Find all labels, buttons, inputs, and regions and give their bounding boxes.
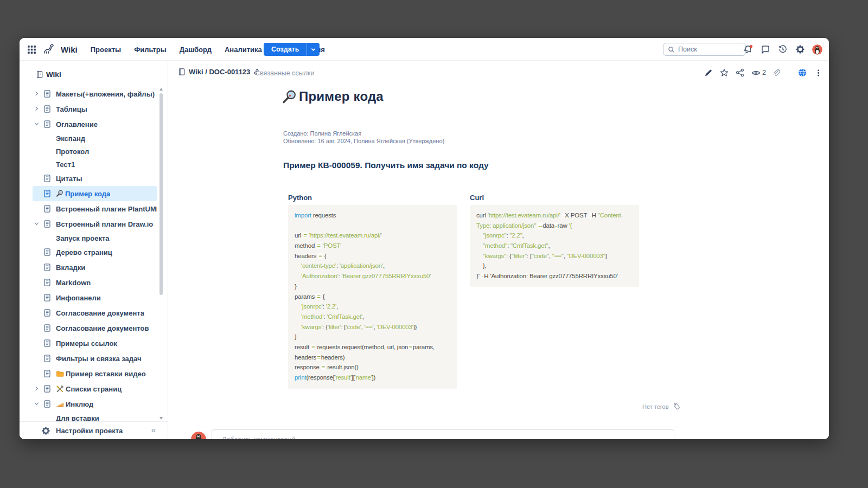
app-title: Wiki — [61, 45, 78, 54]
document-icon — [43, 105, 52, 113]
chevron-down-icon[interactable] — [34, 221, 40, 227]
code-line: "kwargs": {"filter": ["code", "==", "DEV… — [476, 251, 633, 261]
more-kebab-icon[interactable] — [813, 67, 824, 78]
chevron-right-icon[interactable] — [34, 106, 40, 112]
app-window: Wiki ПроектыФильтрыДашбордАналитикаМоя к… — [20, 38, 829, 439]
sidebar-item[interactable]: Цитаты — [33, 171, 157, 186]
favorite-star-icon[interactable] — [719, 67, 730, 78]
search-box[interactable] — [663, 43, 746, 56]
comment-user-avatar — [191, 432, 206, 439]
sidebar-item[interactable]: Согласование документа — [33, 305, 157, 320]
sidebar-item[interactable]: Протокол — [33, 145, 157, 158]
sidebar-item-label: Примеры ссылок — [56, 339, 117, 348]
magnifier-icon — [56, 190, 63, 197]
nav-item[interactable]: Фильтры — [134, 46, 167, 54]
document-icon — [43, 189, 52, 198]
history-icon[interactable] — [777, 44, 788, 55]
sidebar: Wiki Макеты(+вложения, файлы)ТаблицыОгла… — [20, 61, 168, 439]
sidebar-item[interactable]: Встроенный плагин PlantUML — [33, 201, 157, 216]
curl-code-block[interactable]: curl 'https://test.evateam.ru/api/' -X P… — [470, 205, 639, 287]
sidebar-item[interactable]: Пример вставки видео — [33, 366, 157, 381]
nav-item[interactable]: Аналитика — [225, 46, 262, 54]
sidebar-item-label: Встроенный плагин Draw.io — [56, 220, 153, 228]
comment-input[interactable] — [222, 430, 664, 439]
sidebar-scrollbar[interactable] — [159, 88, 163, 420]
sidebar-item[interactable]: Списки страниц — [33, 381, 157, 396]
sidebar-footer: Настройки проекта « — [20, 421, 168, 439]
code-line: "method": "CmfTask.get", — [476, 241, 633, 251]
nav-item[interactable]: Проекты — [91, 46, 121, 54]
project-settings-gear-icon[interactable] — [41, 426, 50, 435]
python-label: Python — [288, 194, 312, 202]
sidebar-item[interactable]: Для вставки — [33, 412, 157, 421]
sidebar-item-label: Протокол — [56, 147, 89, 156]
scroll-down-arrow[interactable] — [159, 417, 163, 420]
public-globe-icon[interactable] — [797, 67, 808, 78]
code-line: curl 'https://test.evateam.ru/api/' -X P… — [476, 210, 633, 221]
apps-grid-icon[interactable] — [27, 44, 37, 55]
sidebar-item-label: Дерево страниц — [56, 248, 112, 256]
code-line: 'content-type': 'application/json', — [295, 261, 451, 271]
sidebar-item[interactable]: Дерево страниц — [33, 245, 157, 260]
chevron-down-icon[interactable] — [34, 121, 40, 127]
sidebar-item[interactable]: Примеры ссылок — [33, 336, 157, 351]
sidebar-item[interactable]: Пример кода — [33, 186, 157, 201]
document-icon — [43, 220, 52, 228]
edit-pencil-icon[interactable] — [703, 67, 714, 78]
chevron-right-icon[interactable] — [34, 386, 40, 392]
collapse-sidebar-button[interactable]: « — [151, 425, 156, 434]
code-line: url = 'https://test.evateam.ru/api/' — [295, 230, 451, 241]
tags-row[interactable]: Нет тегов — [642, 402, 681, 410]
code-line: 'Authorization': 'Bearer gzz077755RRRIYx… — [295, 271, 451, 281]
sidebar-item-label: Вкладки — [56, 264, 85, 272]
scroll-up-arrow[interactable] — [159, 88, 163, 91]
sidebar-item-label: Инфопанели — [56, 294, 101, 302]
sidebar-item[interactable]: Экспанд — [33, 132, 157, 145]
nav-item[interactable]: Дашборд — [180, 46, 212, 54]
search-input[interactable] — [678, 46, 741, 53]
eye-icon — [750, 67, 761, 78]
python-code-block[interactable]: import requests url = 'https://test.evat… — [288, 205, 457, 389]
sidebar-item[interactable]: Согласование документов — [33, 320, 157, 336]
settings-gear-icon[interactable] — [795, 44, 805, 55]
updated-meta: Обновлено: 16 авг. 2024, Полина Яглейска… — [283, 138, 444, 144]
notes-icon[interactable] — [760, 44, 770, 55]
sidebar-item[interactable]: Встроенный плагин Draw.io — [33, 216, 157, 232]
sidebar-item[interactable]: Макеты(+вложения, файлы) — [33, 86, 157, 101]
sidebar-item-label: Запуск проекта — [56, 234, 110, 242]
chevron-right-icon[interactable] — [34, 91, 40, 97]
document-icon — [43, 400, 52, 408]
sidebar-item[interactable]: Тест1 — [33, 158, 157, 171]
comments-divider — [179, 427, 722, 427]
document-icon — [43, 354, 52, 363]
code-line: response = result.json() — [295, 362, 451, 373]
create-button[interactable]: Создать — [264, 43, 307, 56]
sidebar-item[interactable]: Запуск проекта — [33, 232, 157, 245]
sidebar-item[interactable]: Markdown — [33, 275, 157, 290]
share-icon[interactable] — [735, 67, 745, 78]
chevron-down-icon[interactable] — [34, 401, 40, 407]
code-line: Type: application/json" --data-raw '{ — [476, 221, 633, 231]
book-icon — [36, 70, 44, 79]
sidebar-item-label: Согласование документов — [56, 324, 149, 332]
document-icon — [43, 278, 52, 287]
code-line: headers=headers) — [295, 352, 451, 363]
sidebar-item[interactable]: Таблицы — [33, 101, 157, 117]
sidebar-item[interactable]: Вкладки — [33, 260, 157, 275]
sidebar-item[interactable]: Инклюд — [33, 396, 157, 412]
views-counter[interactable]: 2 — [750, 67, 766, 78]
search-icon — [668, 46, 675, 53]
sidebar-item-label: Цитаты — [56, 175, 82, 183]
notifications-bell-icon[interactable] — [743, 44, 753, 55]
user-avatar[interactable] — [812, 44, 822, 55]
related-links-tab[interactable]: Связанные ссылки — [255, 69, 314, 77]
attachments-paperclip-icon[interactable] — [771, 67, 782, 78]
sidebar-item[interactable]: Оглавление — [33, 117, 157, 132]
sidebar-item[interactable]: Инфопанели — [33, 290, 157, 305]
sidebar-item-label: Пример кода — [65, 190, 110, 198]
breadcrumb[interactable]: Wiki / DOC-001123 — [178, 68, 260, 76]
scrollbar-thumb[interactable] — [159, 93, 163, 295]
project-settings-label[interactable]: Настройки проекта — [56, 427, 123, 435]
create-dropdown-caret[interactable] — [307, 43, 320, 56]
sidebar-item[interactable]: Фильтры и связка задач — [33, 351, 157, 366]
